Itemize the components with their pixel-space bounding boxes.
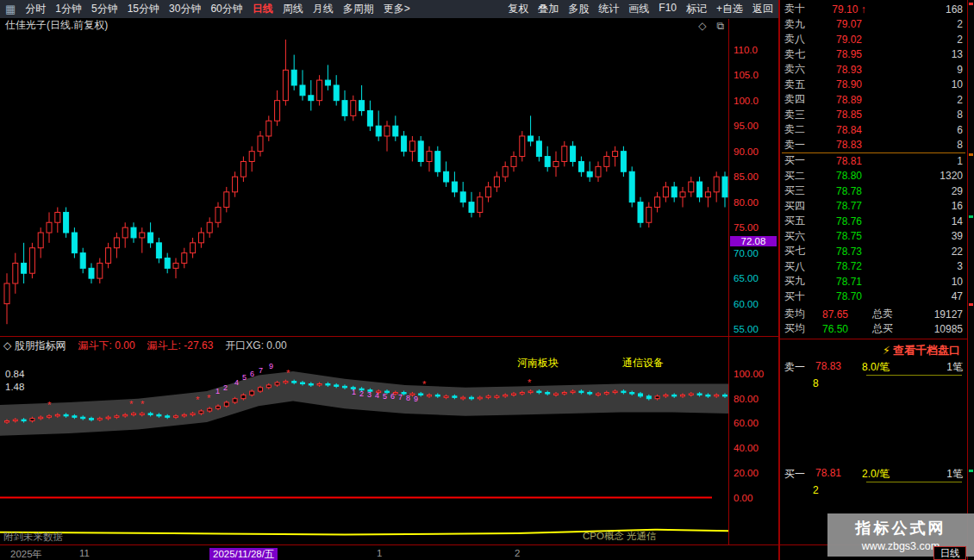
indicator-param-2: 漏斗上: -27.63 [147,339,214,353]
menu-item-标记[interactable]: 标记 [686,2,707,16]
l2-count: 1笔 [917,360,963,375]
bid-row-买四[interactable]: 买四78.7716 [780,199,967,215]
bid-row-买二[interactable]: 买二78.801320 [780,169,967,184]
l2-total-买一: 2 [813,484,819,496]
time-axis-label: 2025年 [10,548,42,560]
level-qty: 29 [877,185,963,197]
ask-row-卖八[interactable]: 卖八79.022 [780,32,967,47]
level-qty: 8 [877,139,963,151]
indicator-footer-right: CPO概念 光通信 [583,530,657,543]
popout-window-icon[interactable]: ⧉ [716,20,724,32]
ask-row-卖六[interactable]: 卖六78.939 [780,62,967,78]
l2-count: 1笔 [917,467,963,482]
level-label: 买一 [784,153,821,168]
level-label: 卖八 [784,32,821,47]
menu-item-返回[interactable]: 返回 [752,2,773,16]
ask-row-卖一[interactable]: 卖一78.838 [780,138,967,153]
period-indicator[interactable]: 日线 [933,546,966,560]
watermark-url: www.zbgs3.com [862,540,940,552]
bid-row-买九[interactable]: 买九78.7110 [780,274,967,289]
svg-text:4: 4 [375,391,379,400]
level-label: 卖三 [784,108,821,122]
l2-row-卖一[interactable]: 卖一78.838.0/笔1笔 [780,360,967,375]
menu-item-F10[interactable]: F10 [659,2,677,16]
indicator-value-1: 0.84 [5,369,24,379]
svg-text:6: 6 [250,370,254,378]
menu-item-多周期[interactable]: 多周期 [343,2,374,16]
menu-item-月线[interactable]: 月线 [313,2,334,16]
menu-item-周线[interactable]: 周线 [283,2,303,16]
menubar-left-group: 分时1分钟5分钟15分钟30分钟60分钟日线周线月线多周期更多> [25,2,409,16]
menu-item-分时[interactable]: 分时 [25,2,46,16]
ask-row-卖七[interactable]: 卖七78.9513 [780,47,967,63]
last-price-marker: 72.08 [730,236,777,246]
svg-text:*: * [286,368,290,378]
level-price: 78.78 [821,185,877,197]
ask-row-卖二[interactable]: 卖二78.846 [780,122,967,138]
price-tick-80.00: 80.00 [734,197,759,208]
menu-item-叠加[interactable]: 叠加 [538,2,559,16]
svg-text:*: * [47,400,52,410]
level-qty: 2 [877,94,963,106]
divider-main-indicator [0,336,780,337]
level-label: 买六 [784,229,821,244]
level-price: 78.90 [821,78,877,90]
right-quote-strip[interactable] [968,0,974,560]
bid-row-买七[interactable]: 买七78.7322 [780,244,967,259]
main-candlestick-chart[interactable] [0,33,729,336]
ask-row-卖五[interactable]: 卖五78.9010 [780,78,967,93]
level-price: 78.76 [821,215,877,227]
price-axis: 110.0105.0100.095.0090.0085.0080.0075.00… [730,33,778,336]
menu-item-15分钟[interactable]: 15分钟 [128,2,159,16]
level-qty: 39 [877,230,963,242]
level-qty: 22 [877,246,963,258]
bid-row-买一[interactable]: 买一78.811 [780,153,967,169]
ask-row-卖九[interactable]: 卖九79.072 [780,17,967,33]
indicator-tick-60.00: 60.00 [734,418,759,428]
level-qty: 1 [877,155,963,167]
avg-label: 买均 [784,321,822,336]
menu-item-多股[interactable]: 多股 [568,2,589,16]
menu-item-日线[interactable]: 日线 [253,2,273,16]
level-price: 78.77 [821,200,877,212]
menu-item-60分钟[interactable]: 60分钟 [210,2,242,16]
up-arrow-icon: ↑ [858,3,865,16]
level-label: 卖七 [784,47,821,62]
indicator-diamond-icon: ◇ [3,339,11,352]
svg-text:1: 1 [215,387,220,395]
indicator-param-1: 漏斗下: 0.00 [78,339,135,353]
indicator-value-2: 1.48 [5,382,24,392]
strip-tick [969,3,973,5]
menu-item-画线[interactable]: 画线 [628,2,649,16]
diamond-icon[interactable]: ◇ [698,20,706,32]
level-label: 买十 [784,289,821,304]
level-qty: 1320 [877,170,963,182]
svg-text:1: 1 [352,388,356,396]
menu-item-更多>[interactable]: 更多> [384,2,410,16]
strip-tick [969,303,973,306]
bid-row-买三[interactable]: 买三78.7829 [780,184,967,199]
svg-text:2: 2 [223,383,228,392]
bid-row-买六[interactable]: 买六78.7539 [780,229,967,245]
app-grid-icon[interactable]: ▦ [5,3,16,16]
bid-row-买八[interactable]: 买八78.723 [780,259,967,275]
menu-item-+自选[interactable]: +自选 [716,2,743,16]
svg-text:5: 5 [242,373,247,382]
ask-row-卖三[interactable]: 卖三78.858 [780,108,967,123]
menu-item-复权[interactable]: 复权 [508,2,528,16]
menu-item-5分钟[interactable]: 5分钟 [91,2,118,16]
strip-tick [969,215,973,218]
bid-row-买十[interactable]: 买十78.7047 [780,289,967,305]
l2-per: 2.0/笔 [862,467,917,482]
level2-link[interactable]: ⚡查看千档盘口 [883,343,960,358]
menu-item-1分钟[interactable]: 1分钟 [55,2,82,16]
level-price: 78.83 [821,139,877,151]
bid-row-买五[interactable]: 买五78.7614 [780,214,967,229]
ask-row-卖十[interactable]: 卖十79.10 ↑168 [780,2,967,17]
time-axis-label: 2 [515,548,520,558]
l2-row-买一[interactable]: 买一78.812.0/笔1笔 [780,467,967,482]
ask-row-卖四[interactable]: 卖四78.892 [780,92,967,108]
menu-item-统计[interactable]: 统计 [598,2,619,16]
menu-item-30分钟[interactable]: 30分钟 [169,2,201,16]
indicator-chart[interactable]: 1245679123456789********河南板块通信设备 [0,338,729,544]
